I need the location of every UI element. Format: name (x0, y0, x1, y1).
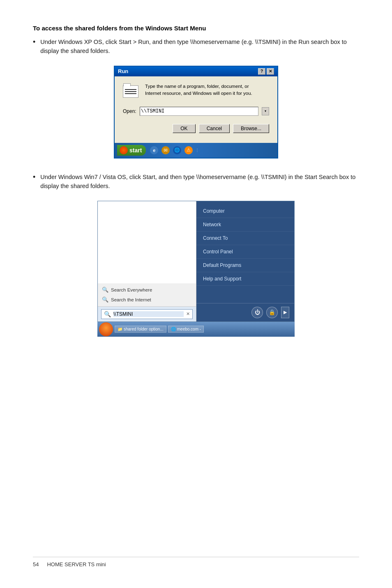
vista-menu-container: 🔍 Search Everywhere 🔍 Search the Interne… (97, 201, 295, 337)
lock-button[interactable]: 🔒 (266, 307, 278, 318)
run-icon-line (125, 93, 136, 94)
bullet-text-2: Under Windows Win7 / Vista OS, click Sta… (40, 172, 359, 191)
run-buttons: OK Cancel Browse... (123, 124, 269, 133)
vista-start-orb[interactable] (99, 322, 113, 336)
bullet-dot-2: • (33, 173, 35, 181)
run-open-label: Open: (123, 108, 136, 114)
vista-screenshot: 🔍 Search Everywhere 🔍 Search the Interne… (97, 201, 295, 337)
run-titlebar: Run ? ✕ (115, 67, 277, 76)
product-name: HOME SERVER TS mini (47, 561, 106, 567)
taskbar-dots: ⋮ (195, 148, 199, 152)
search-everywhere-label: Search Everywhere (111, 287, 152, 292)
close-button[interactable]: ✕ (267, 68, 274, 75)
run-titlebar-buttons: ? ✕ (258, 68, 274, 75)
run-dialog-icon (123, 83, 140, 100)
power-button[interactable]: ⏻ (251, 307, 263, 318)
right-item-connect[interactable]: Connect To (196, 232, 294, 245)
run-dialog-screenshot: Run ? ✕ (114, 66, 278, 158)
taskbar-icons: e ✉ 🌐 ⚠ (150, 146, 193, 154)
run-dialog: Run ? ✕ (114, 66, 278, 158)
vista-taskbar-item-1[interactable]: 📁 shared folder option... (115, 326, 166, 333)
search-internet-item[interactable]: 🔍 Search the Internet (98, 295, 196, 305)
vista-right-bottom: ⏻ 🔒 ▶ (196, 303, 294, 322)
page-footer: 54 HOME SERVER TS mini (33, 557, 359, 567)
search-internet-label: Search the Internet (111, 297, 151, 302)
run-dropdown-arrow[interactable]: ▾ (262, 107, 269, 115)
search-everywhere-item[interactable]: 🔍 Search Everywhere (98, 285, 196, 295)
right-item-computer[interactable]: Computer (196, 204, 294, 218)
run-dialog-title: Run (118, 68, 128, 74)
ie-icon[interactable]: e (150, 146, 158, 154)
run-icon-lines (125, 89, 136, 95)
run-taskbar: start e ✉ 🌐 ⚠ ⋮ (115, 143, 277, 158)
vista-right-panel: Computer Network Connect To Control Pane… (196, 201, 294, 322)
run-input-row: Open: ▾ (123, 107, 269, 116)
run-icon-line (125, 89, 136, 90)
bullet-dot-1: • (33, 38, 35, 46)
vista-apps-area (98, 201, 196, 283)
outlook-icon[interactable]: ✉ (161, 146, 170, 154)
run-icon-line (125, 91, 136, 92)
run-dialog-icon-inner (123, 85, 138, 98)
bullet-text-1: Under Windows XP OS, click Start > Run, … (40, 37, 359, 56)
windows-logo-icon (120, 146, 128, 154)
search-internet-icon: 🔍 (102, 296, 108, 303)
section-heading: To access the shared folders from the Wi… (33, 25, 359, 32)
vista-left-panel: 🔍 Search Everywhere 🔍 Search the Interne… (98, 201, 196, 322)
vista-search-clear[interactable]: ✕ (186, 311, 190, 317)
page-number: 54 (33, 561, 39, 567)
vista-search-row: 🔍 ✕ (101, 309, 193, 319)
right-item-control-panel[interactable]: Control Panel (196, 245, 294, 259)
ok-button[interactable]: OK (173, 124, 195, 133)
right-item-network[interactable]: Network (196, 218, 294, 232)
run-open-input[interactable] (141, 108, 257, 114)
folder-taskbar-icon: 📁 (118, 327, 122, 331)
vista-taskbar-item-2[interactable]: 🌐 meebo.com - (168, 326, 204, 333)
right-item-help[interactable]: Help and Support (196, 272, 294, 286)
bullet-item-2: • Under Windows Win7 / Vista OS, click S… (33, 172, 359, 191)
run-icon-row: Type the name of a program, folder, docu… (123, 83, 269, 100)
run-description: Type the name of a program, folder, docu… (145, 83, 252, 97)
vista-right-items: Computer Network Connect To Control Pane… (196, 201, 294, 303)
vista-search-items: 🔍 Search Everywhere 🔍 Search the Interne… (98, 283, 196, 306)
vista-taskbar-items: 📁 shared folder option... 🌐 meebo.com - (115, 326, 204, 333)
run-dialog-body: Type the name of a program, folder, docu… (115, 76, 277, 143)
help-button[interactable]: ? (258, 68, 265, 75)
run-input-wrapper (140, 107, 258, 116)
bullet-item-1: • Under Windows XP OS, click Start > Run… (33, 37, 359, 56)
meebo-icon: 🌐 (171, 327, 176, 331)
vista-start-menu: 🔍 Search Everywhere 🔍 Search the Interne… (97, 201, 295, 322)
vista-search-input[interactable] (113, 311, 184, 317)
vista-search-icon: 🔍 (104, 311, 111, 317)
right-item-default-programs[interactable]: Default Programs (196, 259, 294, 272)
security-icon[interactable]: ⚠ (184, 146, 193, 154)
network-icon[interactable]: 🌐 (173, 146, 181, 154)
vista-taskbar: 📁 shared folder option... 🌐 meebo.com - (97, 322, 295, 337)
start-button[interactable]: start (117, 145, 146, 156)
vista-search-area: 🔍 ✕ (98, 306, 196, 322)
page-content: To access the shared folders from the Wi… (0, 0, 392, 375)
cancel-button[interactable]: Cancel (199, 124, 230, 133)
search-everywhere-icon: 🔍 (102, 287, 108, 293)
options-arrow[interactable]: ▶ (281, 307, 289, 318)
browse-button[interactable]: Browse... (233, 124, 269, 133)
